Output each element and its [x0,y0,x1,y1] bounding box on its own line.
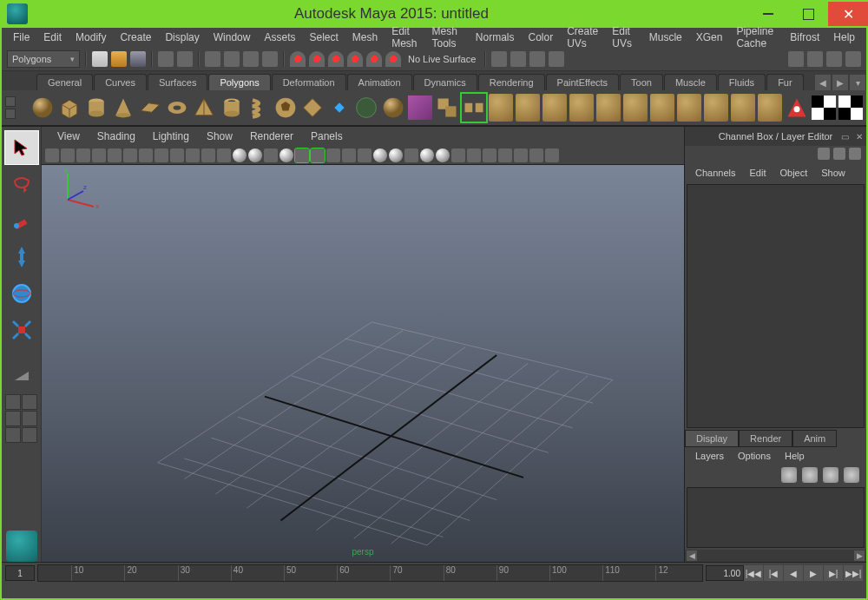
poly-offset-edge-loop-icon[interactable] [623,94,648,122]
viewport-persp[interactable]: y x z persp [42,165,684,562]
rotate-tool[interactable] [4,276,39,311]
snap-curve-icon[interactable] [309,51,325,67]
layer-tab-anim[interactable]: Anim [792,430,837,447]
shelf-tab-rendering[interactable]: Rendering [478,74,545,90]
scale-tool[interactable] [4,313,39,347]
layer-tab-display[interactable]: Display [685,430,739,447]
snap-plane-icon[interactable] [347,51,363,67]
image-plane-icon[interactable] [92,148,106,162]
panel-menu-show[interactable]: Show [200,129,240,144]
shadows-icon[interactable] [326,148,340,162]
menu-color[interactable]: Color [523,30,560,45]
current-frame-field[interactable]: 1.00 [706,565,744,581]
select-camera-icon[interactable] [45,148,59,162]
textured-icon[interactable] [295,148,309,162]
fast-forward-button[interactable]: ▶▶| [844,565,863,581]
move-tool[interactable] [4,240,39,274]
poly-crease-icon[interactable] [731,94,755,122]
2d-pan-zoom-icon[interactable] [108,148,122,162]
menu-file[interactable]: File [7,30,36,45]
close-button[interactable]: ✕ [828,2,868,26]
menu-mesh[interactable]: Mesh [346,30,384,45]
screen-space-ao-icon[interactable] [342,148,356,162]
cb-menu-show[interactable]: Show [816,166,851,180]
poly-cube-uv-icon[interactable] [408,94,432,122]
layer-menu-help[interactable]: Help [779,449,810,463]
layer-scroll-right[interactable]: ▶ [854,551,865,561]
xray-icon[interactable] [420,148,434,162]
render-settings-icon[interactable] [549,51,564,67]
snap-live-icon[interactable] [366,51,382,67]
ipr-render-icon[interactable] [529,51,545,67]
view-transform-icon[interactable] [483,148,496,162]
poly-prism-icon[interactable] [327,94,352,122]
poly-checker-2-icon[interactable] [838,94,863,122]
poly-append-icon[interactable] [542,94,567,122]
panel-minimize-icon[interactable]: ▭ [841,132,849,142]
bookmarks-icon[interactable] [76,148,90,162]
poly-type-icon[interactable] [354,94,378,122]
shelf-tab-muscle[interactable]: Muscle [664,74,717,90]
smooth-shade-icon[interactable] [248,148,262,162]
panel-menu-lighting[interactable]: Lighting [146,129,196,144]
menu-window[interactable]: Window [207,30,257,45]
layer-selected-icon[interactable] [844,467,859,483]
time-ruler[interactable]: 10 20 30 40 50 60 70 80 90 100 110 12 [37,564,703,582]
poly-torus-icon[interactable] [165,94,189,122]
viewport-component-icon[interactable] [529,148,543,162]
shelf-tab-fur[interactable]: Fur [766,74,804,90]
layer-tab-render[interactable]: Render [739,430,792,447]
use-default-material-icon[interactable] [264,148,278,162]
menu-modify[interactable]: Modify [69,30,112,45]
select-object-icon[interactable] [243,51,259,67]
motion-blur-icon[interactable] [358,148,372,162]
panel-menu-renderer[interactable]: Renderer [243,129,300,144]
shelf-tab-painteffects[interactable]: PaintEffects [546,74,620,90]
layer-menu-options[interactable]: Options [733,449,776,463]
layer-menu-layers[interactable]: Layers [690,449,729,463]
layer-move-up-icon[interactable] [781,467,797,483]
shelf-tab-deformation[interactable]: Deformation [272,74,346,90]
viewport-arrow-icon[interactable] [498,148,512,162]
menu-set-dropdown[interactable]: Polygons [7,50,80,68]
gate-mask-icon[interactable] [186,148,200,162]
xray-joints-icon[interactable] [436,148,450,162]
menu-normals[interactable]: Normals [470,30,521,45]
poly-cube-icon[interactable] [57,94,82,122]
render-frame-icon[interactable] [510,51,526,67]
shelf-tab-toon[interactable]: Toon [620,74,663,90]
step-forward-button[interactable]: ▶| [824,565,843,581]
poly-cone-icon[interactable] [111,94,135,122]
poly-smooth-icon[interactable] [704,94,728,122]
layer-empty-icon[interactable] [823,467,838,483]
new-scene-icon[interactable] [92,51,108,67]
grease-pencil-icon[interactable] [123,148,137,162]
isolate-select-icon[interactable] [404,148,418,162]
shelf-tab-curves[interactable]: Curves [94,74,147,90]
channel-manip-icon[interactable] [818,148,830,160]
menu-muscle[interactable]: Muscle [643,30,688,45]
poly-mirror-icon[interactable] [785,94,809,122]
layout-outliner[interactable] [22,427,37,443]
layer-move-down-icon[interactable] [802,467,818,483]
open-scene-icon[interactable] [111,51,127,67]
layer-editor-toggle-icon[interactable] [845,51,861,67]
poly-extrude-icon[interactable] [489,94,513,122]
layout-three[interactable] [5,427,21,443]
snap-grid-icon[interactable] [290,51,306,67]
panel-menu-shading[interactable]: Shading [90,129,142,144]
shelf-tab-surfaces[interactable]: Surfaces [148,74,207,90]
poly-multi-cut-icon[interactable] [650,94,674,122]
poly-plane-icon[interactable] [138,94,162,122]
select-by-name-icon[interactable] [205,51,220,67]
poly-pyramid-icon[interactable] [192,94,216,122]
grid-toggle-icon[interactable] [139,148,153,162]
poly-insert-edge-loop-icon[interactable] [596,94,621,122]
menu-assets[interactable]: Assets [258,30,301,45]
poly-sphere2-icon[interactable] [381,94,405,122]
poly-sculpt-icon[interactable] [758,94,782,122]
film-gate-icon[interactable] [155,148,168,162]
poly-soccer-icon[interactable] [273,94,298,122]
viewport-object-icon[interactable] [514,148,528,162]
poly-pipe-icon[interactable] [219,94,243,122]
